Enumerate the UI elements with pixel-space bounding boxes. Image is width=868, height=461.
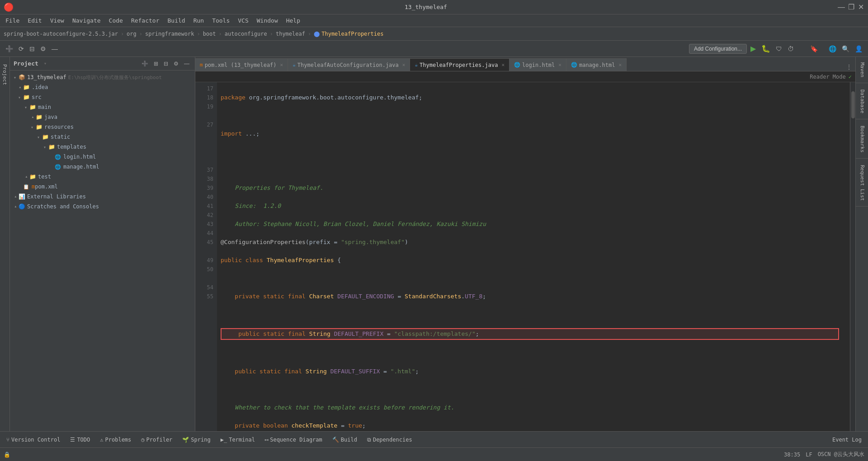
tab-manage-html[interactable]: 🌐 manage.html ✕ — [566, 58, 627, 71]
html-icon-manage: 🌐 — [54, 163, 61, 170]
user-button[interactable]: 👤 — [853, 44, 864, 53]
nav-autoconfigure[interactable]: autoconfigure — [225, 31, 267, 37]
tree-java[interactable]: ▸ 📁 java — [10, 112, 195, 122]
tab-auto-close[interactable]: ✕ — [402, 62, 406, 68]
tree-pom-xml[interactable]: ▸ 📋 m pom.xml — [10, 182, 195, 192]
menu-refactor[interactable]: Refactor — [127, 16, 163, 25]
tree-scratches-label: Scratches and Consoles — [27, 203, 99, 210]
toolbar-sync-button[interactable]: ⟳ — [17, 44, 26, 53]
tab-props-close[interactable]: ✕ — [501, 62, 505, 68]
menu-window[interactable]: Window — [253, 16, 282, 25]
tree-arrow-ext: ▸ — [12, 193, 18, 200]
maven-panel-tab[interactable]: Maven — [856, 57, 868, 83]
menu-vcs[interactable]: VCS — [234, 16, 252, 25]
maximize-button[interactable]: ❐ — [848, 4, 854, 10]
tree-src[interactable]: ▾ 📁 src — [10, 92, 195, 102]
nav-springframework[interactable]: springframework — [145, 31, 194, 37]
bottom-tab-terminal[interactable]: ▶_ Terminal — [216, 435, 259, 445]
menu-build[interactable]: Build — [164, 16, 189, 25]
tree-login-html[interactable]: ▸ 🌐 login.html — [10, 152, 195, 162]
tree-static[interactable]: ▾ 📁 static — [10, 132, 195, 142]
tree-idea[interactable]: ▸ 📁 .idea — [10, 82, 195, 92]
coverage-button[interactable]: 🛡 — [774, 44, 784, 53]
tree-resources[interactable]: ▾ 📁 resources — [10, 122, 195, 132]
menu-view[interactable]: View — [47, 16, 68, 25]
sidebar-settings-btn[interactable]: ⚙ — [172, 60, 180, 68]
profile-button[interactable]: ⏱ — [786, 44, 796, 53]
tree-templates-label: templates — [57, 144, 86, 150]
tab-manage-close[interactable]: ✕ — [618, 62, 622, 68]
status-user: OSCN @云头大风水 — [818, 451, 864, 458]
sidebar-tree-btn[interactable]: ⊞ — [152, 60, 160, 68]
toolbar-minimize-button[interactable]: — — [50, 44, 60, 53]
bottom-tab-event-log[interactable]: Event Log — [828, 435, 866, 445]
tab-pom-close[interactable]: ✕ — [280, 62, 283, 68]
sidebar-title: Project — [14, 60, 38, 67]
nav-jar[interactable]: spring-boot-autoconfigure-2.5.3.jar — [4, 31, 118, 37]
sidebar-minimize-btn[interactable]: — — [182, 60, 191, 68]
toolbar-settings-button[interactable]: ⚙ — [38, 44, 48, 53]
nav-boot[interactable]: boot — [203, 31, 216, 37]
tree-scratches[interactable]: ▸ 🔵 Scratches and Consoles — [10, 202, 195, 212]
tree-templates[interactable]: ▾ 📁 templates — [10, 142, 195, 152]
menu-help[interactable]: Help — [283, 16, 304, 25]
tree-main[interactable]: ▾ 📁 main — [10, 102, 195, 112]
menu-code[interactable]: Code — [105, 16, 127, 25]
event-log-label: Event Log — [832, 437, 862, 443]
sidebar-collapse-btn[interactable]: ⊟ — [162, 60, 170, 68]
run-button[interactable]: ▶ — [749, 43, 758, 54]
menu-run[interactable]: Run — [190, 16, 208, 25]
nav-class[interactable]: ThymeleafProperties — [321, 31, 383, 37]
database-panel-tab[interactable]: Database — [856, 84, 868, 119]
tab-pom-xml[interactable]: m pom.xml (13_thymeleaf) ✕ — [195, 58, 288, 71]
tree-external-libs[interactable]: ▸ 📊 External Libraries — [10, 192, 195, 202]
code-line-17: package org.springframework.boot.autocon… — [221, 93, 846, 102]
bottom-tab-spring[interactable]: 🌱 Spring — [178, 435, 215, 445]
nav-thymeleaf[interactable]: thymeleaf — [276, 31, 305, 37]
tree-test[interactable]: ▸ 📁 test — [10, 172, 195, 182]
bookmark-button[interactable]: 🔖 — [808, 44, 820, 53]
terminal-icon: ▶_ — [221, 437, 227, 443]
folder-icon-test: 📁 — [29, 173, 36, 180]
html-icon-login: 🌐 — [54, 153, 61, 160]
build-icon: 🔨 — [332, 437, 339, 443]
tab-manage-icon: 🌐 — [571, 62, 577, 68]
bottom-tab-problems[interactable]: ⚠ Problems — [95, 435, 136, 445]
folder-icon-idea: 📁 — [23, 84, 30, 91]
debug-button[interactable]: 🐛 — [760, 43, 772, 54]
bottom-tab-seq-diagram[interactable]: ⟷ Sequence Diagram — [260, 435, 327, 445]
tab-login-html[interactable]: 🌐 login.html ✕ — [509, 58, 566, 71]
code-line-42: public static final String DEFAULT_PREFI… — [221, 328, 846, 340]
sidebar-add-btn[interactable]: ➕ — [140, 60, 150, 68]
project-tab[interactable]: Project — [0, 59, 9, 90]
bookmarks-panel-tab[interactable]: Bookmarks — [856, 120, 868, 159]
tree-manage-html[interactable]: ▸ 🌐 manage.html — [10, 162, 195, 172]
minimize-button[interactable]: — — [838, 4, 844, 10]
translate-button[interactable]: 🌐 — [827, 44, 838, 53]
toolbar-collapse-button[interactable]: ⊟ — [28, 44, 37, 53]
tab-login-close[interactable]: ✕ — [558, 62, 561, 68]
bottom-tab-dependencies[interactable]: ⧉ Dependencies — [363, 435, 417, 445]
nav-org[interactable]: org — [127, 31, 137, 37]
todo-icon: ☰ — [70, 437, 75, 443]
bottom-tab-version-control[interactable]: ⑂ Version Control — [2, 435, 65, 445]
menu-tools[interactable]: Tools — [208, 16, 233, 25]
add-configuration-button[interactable]: Add Configuration... — [689, 44, 747, 54]
code-content[interactable]: package org.springframework.boot.autocon… — [217, 82, 850, 431]
tab-thymeleaf-auto[interactable]: ☕ ThymeleafAutoConfiguration.java ✕ — [288, 58, 410, 71]
request-list-panel-tab[interactable]: Request List — [856, 160, 868, 207]
close-button[interactable]: ✕ — [858, 4, 864, 10]
menu-file[interactable]: File — [2, 16, 23, 25]
bottom-tab-profiler[interactable]: ◷ Profiler — [137, 435, 177, 445]
tab-thymeleaf-props[interactable]: ☕ ThymeleafProperties.java ✕ — [410, 58, 509, 71]
tree-root[interactable]: ▾ 📦 13_thymeleaf E:\hsp培训\分布式微服务\springb… — [10, 72, 195, 82]
bottom-tab-build[interactable]: 🔨 Build — [328, 435, 362, 445]
toolbar-add-button[interactable]: ➕ — [4, 44, 15, 53]
menu-edit[interactable]: Edit — [24, 16, 45, 25]
editor-scrollbar[interactable] — [850, 82, 855, 431]
editor-settings-btn[interactable]: ⋮ — [844, 63, 854, 71]
bottom-tab-todo[interactable]: ☰ TODO — [66, 435, 94, 445]
menu-navigate[interactable]: Navigate — [69, 16, 104, 25]
scratch-icon: 🔵 — [18, 203, 25, 210]
search-button[interactable]: 🔍 — [840, 44, 851, 53]
